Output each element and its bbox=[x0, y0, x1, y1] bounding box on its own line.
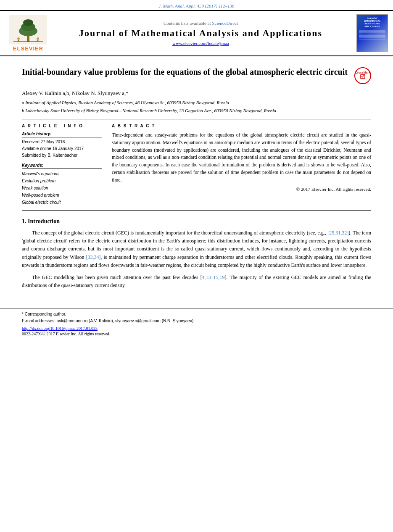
available-date: Available online 16 January 2017 bbox=[22, 145, 102, 152]
footer-section: * Corresponding author. E-mail addresses… bbox=[0, 308, 393, 336]
abstract-column: A B S T R A C T Time-dependent and stead… bbox=[112, 124, 371, 206]
journal-header: ELSEVIER Contents lists available at Sci… bbox=[0, 10, 393, 56]
footer-divider bbox=[0, 308, 393, 308]
abstract-heading: A B S T R A C T bbox=[112, 124, 371, 128]
submitted-by: Submitted by B. Kaltenbacher bbox=[22, 152, 102, 159]
journal-url: www.elsevier.com/locate/jmaa bbox=[56, 41, 345, 46]
article-info-column: A R T I C L E I N F O Article history: R… bbox=[22, 124, 102, 206]
section-number: 1. bbox=[22, 218, 26, 224]
article-title-text: Initial-boundary value problems for the … bbox=[22, 66, 350, 77]
science-direct-anchor[interactable]: ScienceDirect bbox=[212, 21, 238, 26]
doi-anchor[interactable]: http://dx.doi.org/10.1016/j.jmaa.2017.01… bbox=[22, 326, 98, 331]
article-info-heading: A R T I C L E I N F O bbox=[22, 124, 102, 128]
elsevier-logo: ELSEVIER bbox=[5, 15, 51, 52]
ref-33-34: [33,34] bbox=[86, 254, 101, 260]
elsevier-wordmark: ELSEVIER bbox=[13, 45, 43, 52]
svg-point-14 bbox=[355, 68, 371, 84]
svg-point-6 bbox=[17, 37, 20, 40]
abstract-divider bbox=[22, 210, 371, 211]
cover-decorative-lines bbox=[358, 29, 386, 40]
keyword-5: Global electric circuit bbox=[22, 199, 102, 206]
journal-reference: J. Math. Anal. Appl. 450 (2017) 112–136 bbox=[0, 0, 393, 10]
svg-point-4 bbox=[23, 19, 33, 26]
article-history-block: Article history: Received 27 May 2016 Av… bbox=[22, 132, 102, 159]
main-content: Initial-boundary value problems for the … bbox=[0, 56, 393, 300]
abstract-text: Time-dependent and steady-state problems… bbox=[112, 132, 371, 184]
copyright-line: 0022-247X/© 2017 Elsevier Inc. All right… bbox=[0, 332, 393, 336]
corresponding-author-note: * Corresponding author. E-mail addresses… bbox=[0, 311, 393, 324]
keyword-3: Weak solution bbox=[22, 184, 102, 192]
article-history-label: Article history: bbox=[22, 132, 102, 137]
journal-info-center: Contents lists available at ScienceDirec… bbox=[56, 21, 345, 46]
article-info-abstract-section: A R T I C L E I N F O Article history: R… bbox=[22, 124, 371, 206]
article-title-block: Initial-boundary value problems for the … bbox=[22, 66, 371, 84]
ref-25-31-32: [25,31,32] bbox=[327, 230, 348, 236]
affiliations-block: a Institute of Applied Physics, Russian … bbox=[22, 99, 371, 114]
intro-paragraph-1: The concept of the global electric circu… bbox=[22, 229, 371, 269]
svg-line-18 bbox=[362, 75, 364, 77]
science-direct-link: Contents lists available at ScienceDirec… bbox=[56, 21, 345, 26]
svg-point-10 bbox=[37, 37, 39, 40]
intro-paragraph-2: The GEC modelling has been given much at… bbox=[22, 274, 371, 290]
journal-url-link[interactable]: www.elsevier.com/locate/jmaa bbox=[172, 41, 229, 46]
cover-title-text: Journal ofMATHEMATICALANALYSIS ANDAPPLIC… bbox=[364, 17, 381, 28]
crossmark-icon: CrossMark bbox=[354, 67, 371, 84]
section-title-text: Introduction bbox=[28, 218, 60, 224]
keyword-2: Evolution problem bbox=[22, 177, 102, 184]
ref-4-13-15-19: [4,13–15,19] bbox=[200, 274, 227, 280]
keyword-1: Maxwell's equations bbox=[22, 170, 102, 177]
svg-text:CrossMark: CrossMark bbox=[355, 71, 370, 74]
affiliation-b: b Lobachevsky State University of Nizhny… bbox=[22, 107, 371, 114]
doi-link: http://dx.doi.org/10.1016/j.jmaa.2017.01… bbox=[0, 326, 393, 331]
introduction-heading: 1. Introduction bbox=[22, 218, 371, 225]
keywords-block: Keywords: Maxwell's equations Evolution … bbox=[22, 163, 102, 206]
journal-cover-thumbnail: Journal ofMATHEMATICALANALYSIS ANDAPPLIC… bbox=[350, 14, 388, 52]
keyword-4: Well-posed problem bbox=[22, 192, 102, 199]
received-date: Received 27 May 2016 bbox=[22, 139, 102, 145]
journal-cover-box: Journal ofMATHEMATICALANALYSIS ANDAPPLIC… bbox=[356, 14, 388, 52]
keywords-label: Keywords: bbox=[22, 163, 102, 169]
elsevier-tree-icon bbox=[9, 15, 47, 45]
journal-title: Journal of Mathematical Analysis and App… bbox=[56, 27, 345, 40]
authors-line: Alexey V. Kalinin a,b, Nikolay N. Slyuny… bbox=[22, 90, 371, 97]
affiliation-a: a Institute of Applied Physics, Russian … bbox=[22, 99, 371, 106]
abstract-copyright: © 2017 Elsevier Inc. All rights reserved… bbox=[112, 187, 371, 192]
header-divider bbox=[22, 119, 371, 119]
